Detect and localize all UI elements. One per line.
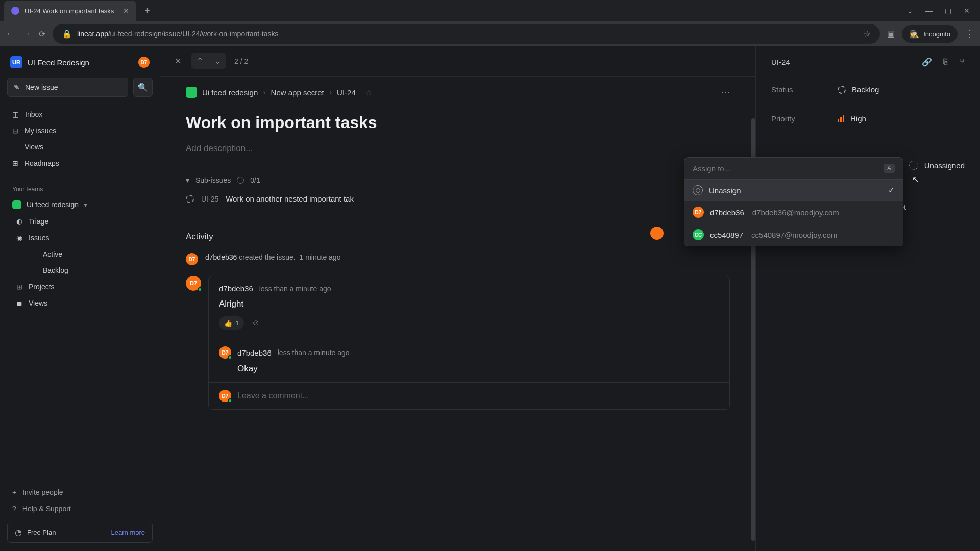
tab-bar: UI-24 Work on important tasks ✕ + ⌄ — ▢ …: [0, 0, 980, 21]
nested-comment: D7 d7bdeb36 less than a minute ago Okay: [209, 338, 729, 382]
panel-header: UI-24 🔗 ⎘ ⑂: [771, 57, 965, 67]
sub-issues-section: ▾ Sub-issues 0/1 UI-25 Work on another n…: [186, 176, 730, 206]
assignee-dropdown: Assign to... A Unassign ✓ D7 d7bdeb36 d7…: [684, 157, 903, 246]
issue-nav-arrows: ⌃ ⌄: [191, 53, 226, 69]
plan-box: ◔ Free Plan Learn more: [7, 522, 153, 543]
sidebar-item-projects[interactable]: ⊞Projects: [7, 279, 153, 295]
favicon: [11, 7, 19, 15]
sidebar-item-team-views[interactable]: ≣Views: [7, 295, 153, 311]
close-tab-icon[interactable]: ✕: [123, 7, 129, 15]
backlog-status-icon: [838, 86, 846, 94]
issues-icon: ◉: [16, 234, 22, 242]
plan-label: Free Plan: [27, 529, 56, 536]
close-icon[interactable]: ✕: [173, 54, 183, 68]
browser-tab[interactable]: UI-24 Work on important tasks ✕: [4, 1, 136, 21]
search-button[interactable]: 🔍: [133, 78, 153, 97]
dropdown-item-user[interactable]: CC cc540897 cc540897@moodjoy.com: [684, 223, 903, 246]
dropdown-search[interactable]: Assign to... A: [684, 158, 903, 180]
backlog-status-icon: [186, 195, 194, 203]
description-input[interactable]: Add description...: [186, 143, 730, 154]
invite-people-button[interactable]: +Invite people: [7, 484, 153, 500]
url-text: linear.app/ui-feed-redesign/issue/UI-24/…: [77, 30, 279, 38]
workspace-switcher[interactable]: UR UI Feed Redesign D7: [7, 54, 153, 70]
comment-card: d7bdeb36 less than a minute ago Alright …: [208, 276, 730, 410]
forward-icon[interactable]: →: [22, 29, 31, 38]
comment-input[interactable]: Leave a comment...: [237, 391, 719, 400]
sub-issue-row[interactable]: UI-25 Work on another nested important t…: [186, 191, 730, 206]
link-icon[interactable]: 🔗: [922, 57, 932, 67]
project-icon: [186, 87, 197, 98]
avatar: D7: [693, 207, 704, 218]
chevron-down-icon[interactable]: ⌄: [907, 7, 913, 15]
sidebar-item-active[interactable]: Active: [7, 246, 153, 262]
comment-user[interactable]: d7bdeb36: [219, 284, 253, 293]
close-window-icon[interactable]: ✕: [964, 7, 970, 15]
sidebar-item-backlog[interactable]: Backlog: [7, 262, 153, 279]
reaction-thumbs-up[interactable]: 👍 1: [219, 316, 244, 330]
priority-value[interactable]: High: [838, 114, 866, 123]
team-row[interactable]: Ui feed redesign ▾: [7, 196, 153, 213]
new-tab-icon[interactable]: +: [144, 6, 150, 16]
git-branch-icon[interactable]: ⑂: [960, 57, 965, 67]
sidebar-item-roadmaps[interactable]: ⊞Roadmaps: [7, 155, 153, 171]
more-icon[interactable]: ⋯: [721, 87, 730, 98]
comment-input-row: D7 Leave a comment...: [209, 382, 729, 409]
new-issue-button[interactable]: ✎ New issue: [7, 78, 128, 97]
sidebar-item-views[interactable]: ≣Views: [7, 139, 153, 155]
sidebar-item-my-issues[interactable]: ⊟My issues: [7, 122, 153, 139]
presence-indicator: [198, 287, 202, 292]
star-icon[interactable]: ☆: [365, 88, 372, 97]
presence-indicator: [228, 355, 232, 360]
next-issue-icon[interactable]: ⌄: [210, 54, 225, 68]
window-controls: ⌄ — ▢ ✕: [907, 7, 976, 15]
dropdown-user-name: d7bdeb36: [710, 208, 744, 217]
sidebar-item-issues[interactable]: ◉Issues: [7, 230, 153, 246]
panel-issue-id: UI-24: [771, 58, 790, 66]
team-name: Ui feed redesign: [27, 201, 79, 209]
new-issue-label: New issue: [25, 83, 58, 91]
avatar: [650, 227, 664, 240]
comment-header: d7bdeb36 less than a minute ago: [209, 276, 729, 296]
maximize-icon[interactable]: ▢: [945, 7, 951, 15]
url-box[interactable]: 🔒 linear.app/ui-feed-redesign/issue/UI-2…: [53, 24, 880, 44]
workspace-name: UI Feed Redesign: [28, 58, 89, 67]
activity-text: d7bdeb36 created the issue. 1 minute ago: [205, 253, 340, 265]
comment-body: Alright: [209, 296, 729, 316]
unassigned-icon: [909, 161, 918, 170]
sub-issues-header[interactable]: ▾ Sub-issues 0/1: [186, 176, 730, 184]
extensions-icon[interactable]: ▣: [887, 29, 895, 39]
learn-more-link[interactable]: Learn more: [111, 529, 145, 536]
copy-icon[interactable]: ⎘: [943, 57, 948, 67]
help-icon: ?: [12, 505, 16, 513]
star-icon[interactable]: ☆: [864, 29, 871, 39]
presence-indicator: [228, 398, 232, 403]
issue-title[interactable]: Work on important tasks: [186, 113, 730, 132]
top-header: ✕ ⌃ ⌄ 2 / 2: [160, 46, 755, 77]
dropdown-item-user[interactable]: D7 d7bdeb36 d7bdeb36@moodjoy.com: [684, 201, 903, 223]
prev-issue-icon[interactable]: ⌃: [192, 54, 207, 68]
check-icon: ✓: [888, 186, 895, 195]
caret-down-icon: ▾: [84, 201, 87, 209]
nav-icons: ← → ⟳: [6, 29, 45, 39]
sub-issues-count: 0/1: [250, 176, 260, 184]
minimize-icon[interactable]: —: [925, 7, 933, 15]
incognito-badge[interactable]: 🕵️ Incognito: [902, 25, 958, 43]
add-reaction-button[interactable]: ☺: [249, 316, 262, 330]
sidebar-item-triage[interactable]: ◐Triage: [7, 213, 153, 230]
comment-user[interactable]: d7bdeb36: [237, 348, 272, 357]
status-value[interactable]: Backlog: [838, 85, 879, 94]
help-support-button[interactable]: ?Help & Support: [7, 500, 153, 517]
reload-icon[interactable]: ⟳: [39, 29, 45, 39]
dropdown-item-unassign[interactable]: Unassign ✓: [684, 180, 903, 201]
kebab-menu-icon[interactable]: ⋮: [965, 28, 974, 39]
assignee-value-visible[interactable]: Unassigned: [909, 161, 965, 170]
breadcrumb-project[interactable]: Ui feed redesign: [202, 88, 258, 97]
team-icon: [12, 200, 21, 209]
breadcrumb-issue-id[interactable]: UI-24: [337, 88, 356, 97]
breadcrumb-subproject[interactable]: New app secret: [271, 88, 324, 97]
back-icon[interactable]: ←: [6, 29, 14, 38]
avatar: D7: [186, 276, 201, 291]
sidebar-item-inbox[interactable]: ◫Inbox: [7, 106, 153, 122]
user-avatar[interactable]: D7: [138, 57, 150, 68]
breadcrumb-separator: ›: [329, 88, 332, 97]
